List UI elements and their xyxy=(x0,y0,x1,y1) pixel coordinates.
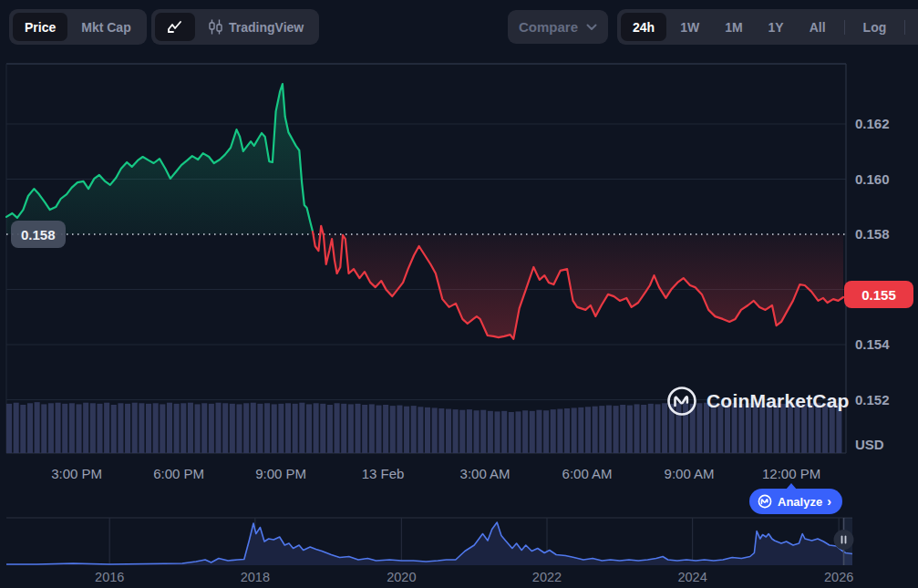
navigator-year-label: 2026 xyxy=(824,569,853,585)
x-tick-label: 6:00 AM xyxy=(562,466,613,482)
mkt-cap-tab[interactable]: Mkt Cap xyxy=(69,13,142,41)
range-all-button[interactable]: All xyxy=(798,13,838,41)
navigator-year-label: 2024 xyxy=(677,569,707,585)
analyze-label: Analyze xyxy=(778,495,822,509)
compare-label: Compare xyxy=(519,19,578,35)
price-chart[interactable] xyxy=(0,0,918,511)
range-toggle: 24h1W1M1YAll Log xyxy=(617,9,918,45)
divider xyxy=(904,20,905,35)
x-tick-label: 3:00 AM xyxy=(460,466,511,482)
currency-unit-label: USD xyxy=(855,436,884,454)
timeline-navigator[interactable] xyxy=(0,511,918,588)
range-1w-button[interactable]: 1W xyxy=(668,13,711,41)
y-tick-label: 0.162 xyxy=(855,115,890,133)
chart-settings-button[interactable] xyxy=(912,13,918,41)
analyze-logo-icon xyxy=(758,494,772,509)
compare-button[interactable]: Compare xyxy=(508,10,608,44)
chevron-right-icon: › xyxy=(827,494,831,509)
chart-type-toggle: TradingView xyxy=(151,9,319,45)
analyze-button[interactable]: Analyze › xyxy=(749,489,842,514)
open-price-badge: 0.158 xyxy=(11,221,66,248)
coinmarketcap-logo-icon xyxy=(666,386,697,417)
range-1y-button[interactable]: 1Y xyxy=(757,13,796,41)
divider xyxy=(844,20,845,35)
y-tick-label: 0.152 xyxy=(855,391,890,409)
x-tick-label: 9:00 PM xyxy=(255,466,306,482)
candlestick-icon xyxy=(209,19,222,35)
tradingview-label: TradingView xyxy=(229,20,304,35)
watermark: CoinMarketCap xyxy=(666,386,850,417)
current-price-badge: 0.155 xyxy=(844,281,913,308)
price-tab[interactable]: Price xyxy=(13,13,67,41)
x-tick-label: 6:00 PM xyxy=(153,466,204,482)
x-tick-label: 13 Feb xyxy=(362,466,405,482)
y-tick-label: 0.158 xyxy=(855,225,890,243)
navigator-drag-handle[interactable] xyxy=(834,530,854,550)
navigator-year-label: 2018 xyxy=(241,569,270,585)
range-1m-button[interactable]: 1M xyxy=(713,13,754,41)
x-tick-label: 9:00 AM xyxy=(665,466,715,482)
metric-toggle: Price Mkt Cap xyxy=(9,9,147,45)
log-button[interactable]: Log xyxy=(851,13,899,41)
x-tick-label: 3:00 PM xyxy=(51,466,102,482)
navigator-year-label: 2022 xyxy=(532,569,562,585)
x-tick-label: 12:00 PM xyxy=(762,466,820,482)
line-chart-button[interactable] xyxy=(155,13,195,41)
y-tick-label: 0.154 xyxy=(855,335,890,354)
navigator-year-label: 2016 xyxy=(95,569,124,585)
watermark-label: CoinMarketCap xyxy=(707,390,850,412)
chevron-down-icon xyxy=(586,24,597,31)
range-24h-button[interactable]: 24h xyxy=(621,13,666,41)
line-chart-icon xyxy=(167,19,183,36)
navigator-year-label: 2020 xyxy=(387,569,416,585)
tradingview-tab[interactable]: TradingView xyxy=(197,13,315,41)
y-tick-label: 0.160 xyxy=(855,170,890,189)
